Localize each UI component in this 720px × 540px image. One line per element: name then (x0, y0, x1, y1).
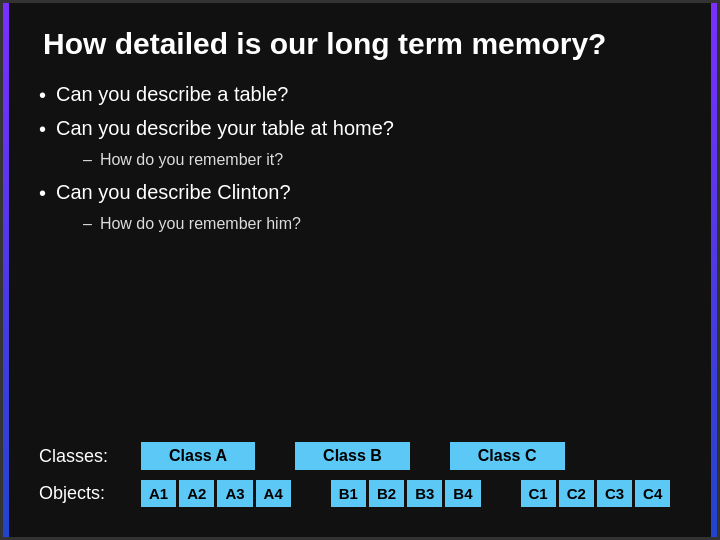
obj-a2: A2 (179, 480, 214, 507)
sub-dash-3: – (83, 215, 92, 233)
object-groups: A1 A2 A3 A4 B1 B2 B3 B4 C1 C2 C3 C4 (141, 480, 670, 507)
bullet-3-text: Can you describe Clinton? (56, 181, 291, 204)
object-group-c: C1 C2 C3 C4 (521, 480, 671, 507)
obj-a3: A3 (217, 480, 252, 507)
classes-label: Classes: (39, 446, 129, 467)
bullet-2: • Can you describe your table at home? (39, 117, 681, 141)
obj-a4: A4 (256, 480, 291, 507)
object-group-b: B1 B2 B3 B4 (331, 480, 481, 507)
obj-a1: A1 (141, 480, 176, 507)
obj-c1: C1 (521, 480, 556, 507)
sub-bullet-3: – How do you remember him? (83, 215, 681, 233)
classes-row: Classes: Class A Class B Class C (39, 442, 681, 470)
bottom-section: Classes: Class A Class B Class C Objects… (39, 432, 681, 517)
obj-b1: B1 (331, 480, 366, 507)
obj-c3: C3 (597, 480, 632, 507)
obj-b3: B3 (407, 480, 442, 507)
object-group-a: A1 A2 A3 A4 (141, 480, 291, 507)
class-b-box: Class B (295, 442, 410, 470)
bullet-1-text: Can you describe a table? (56, 83, 288, 106)
objects-row: Objects: A1 A2 A3 A4 B1 B2 B3 B4 C1 C2 (39, 480, 681, 507)
slide-title: How detailed is our long term memory? (43, 27, 681, 61)
class-a-box: Class A (141, 442, 255, 470)
sub-bullet-2-text: How do you remember it? (100, 151, 283, 169)
sub-bullet-2: – How do you remember it? (83, 151, 681, 169)
obj-b4: B4 (445, 480, 480, 507)
objects-label: Objects: (39, 483, 129, 504)
bullet-icon-3: • (39, 182, 46, 205)
class-boxes: Class A Class B Class C (141, 442, 565, 470)
sub-bullet-3-text: How do you remember him? (100, 215, 301, 233)
sub-dash-2: – (83, 151, 92, 169)
obj-c4: C4 (635, 480, 670, 507)
bullet-2-text: Can you describe your table at home? (56, 117, 394, 140)
obj-c2: C2 (559, 480, 594, 507)
slide: How detailed is our long term memory? • … (0, 0, 720, 540)
bullet-icon-2: • (39, 118, 46, 141)
bullet-1: • Can you describe a table? (39, 83, 681, 107)
bullet-3: • Can you describe Clinton? (39, 181, 681, 205)
class-c-box: Class C (450, 442, 565, 470)
obj-b2: B2 (369, 480, 404, 507)
bullet-icon-1: • (39, 84, 46, 107)
